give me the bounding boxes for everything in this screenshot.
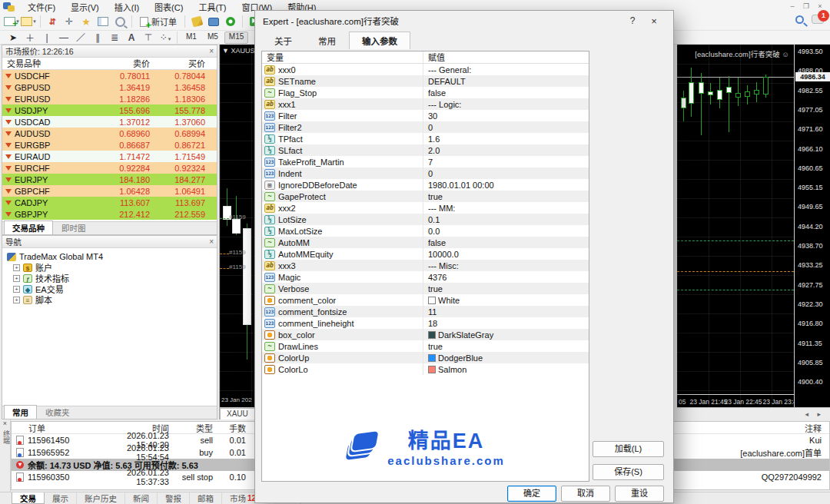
search-icon[interactable] (795, 15, 804, 24)
param-value-cell[interactable]: 30 (423, 110, 589, 121)
param-row-comment_color[interactable]: comment_colorWhite (262, 294, 589, 306)
menu-tools[interactable]: 工具(T) (191, 0, 234, 14)
market-watch-row[interactable]: GBPUSD1.364191.36458 (2, 81, 217, 93)
param-row-comment_fontsize[interactable]: 123comment_fontsize11 (262, 306, 589, 317)
market-watch-row[interactable]: USDCHF0.780110.78044 (2, 70, 217, 81)
terminal-tab-警报[interactable]: 警报 (158, 492, 190, 504)
expand-icon[interactable]: + (13, 275, 20, 282)
menu-view[interactable]: 显示(V) (63, 0, 107, 14)
dialog-tab-输入参数[interactable]: 输入参数 (349, 32, 410, 49)
menu-insert[interactable]: 插入(I) (107, 0, 147, 14)
left-chart-plot[interactable]: ▼ XAUUSD #1159#1159#1159 23 Jan 202 (220, 45, 258, 407)
param-row-Flag_Stop[interactable]: ~Flag_Stopfalse (262, 87, 589, 98)
signals-button[interactable] (223, 15, 238, 29)
reset-button[interactable]: 重设 (615, 486, 664, 502)
minimize-button[interactable]: – (785, 2, 799, 12)
terminal-tab-账户历史[interactable]: 账户历史 (77, 492, 125, 504)
param-value-cell[interactable]: 10000.0 (423, 248, 589, 260)
navigator-item-indicators[interactable]: +ƒ技术指标 (5, 273, 217, 284)
navigator-root[interactable]: TradeMax Global MT4 (5, 251, 217, 262)
dialog-tab-常用[interactable]: 常用 (305, 32, 349, 49)
dialog-tab-关于[interactable]: 关于 (261, 32, 305, 49)
param-value-cell[interactable]: 7 (423, 156, 589, 167)
param-value-cell[interactable]: 1980.01.01 00:00 (423, 179, 589, 191)
navigator-close-icon[interactable]: × (209, 237, 214, 246)
param-value-cell[interactable]: --- MM: (423, 202, 589, 214)
terminal-panel-button[interactable] (95, 15, 111, 29)
new-chart-button[interactable]: ▾ (4, 15, 19, 29)
param-row-TakeProfit_Martin[interactable]: 123TakeProfit_Martin7 (262, 156, 589, 167)
hline-tool-icon[interactable]: — (55, 32, 72, 43)
param-value-cell[interactable]: White (423, 294, 589, 306)
market-watch-row[interactable]: EURAUD1.714721.71549 (2, 151, 217, 162)
crosshair-tool-icon[interactable]: ＋ (22, 31, 38, 44)
text-tool-icon[interactable]: A (123, 32, 140, 43)
param-row-Filter[interactable]: 123Filter30 (262, 110, 589, 121)
market-watch-tab-即时图[interactable]: 即时图 (53, 220, 95, 234)
param-value-cell[interactable]: --- Misc: (423, 260, 589, 271)
param-row-IgnoreDDBeforeDate[interactable]: ⊞IgnoreDDBeforeDate1980.01.01 00:00 (262, 179, 589, 191)
market-watch-button[interactable]: ⇵ (45, 15, 60, 29)
param-row-Indent[interactable]: 123Indent0 (262, 167, 589, 179)
param-row-AutoMM[interactable]: ~AutoMMfalse (262, 237, 589, 248)
menu-charts[interactable]: 图表(C) (147, 0, 191, 14)
param-value-cell[interactable]: 11 (423, 306, 589, 317)
expand-icon[interactable]: + (13, 297, 20, 303)
param-row-Verbose[interactable]: ~Verbosetrue (262, 283, 589, 294)
terminal-close-icon[interactable]: × (0, 419, 10, 427)
param-row-MaxLotSize[interactable]: ½MaxLotSize0.0 (262, 225, 589, 237)
terminal-tab-展示[interactable]: 展示 (45, 492, 77, 504)
market-watch-row[interactable]: EURJPY184.180184.277 (2, 174, 217, 185)
expand-icon[interactable]: + (13, 264, 20, 271)
param-value-cell[interactable]: false (423, 87, 589, 98)
param-row-TPfact[interactable]: ½TPfact1.6 (262, 133, 589, 144)
param-value-cell[interactable]: 0 (423, 121, 589, 133)
channel-tool-icon[interactable]: ∥ (89, 32, 106, 43)
terminal-tab-新闻[interactable]: 新闻 (125, 492, 158, 504)
navigator-item-scripts[interactable]: +≡脚本 (5, 294, 217, 305)
param-value-cell[interactable]: DEFAULT (423, 75, 589, 87)
trendline-tool-icon[interactable]: ／ (72, 31, 89, 44)
navigator-tab-收藏夹[interactable]: 收藏夹 (37, 405, 78, 419)
market-watch-row[interactable]: GBPJPY212.412212.559 (2, 208, 217, 220)
arrows-tool-icon[interactable]: ⁘▾ (157, 32, 174, 43)
fibo-tool-icon[interactable]: ≣ (106, 32, 123, 43)
param-row-Magic[interactable]: 123Magic4376 (262, 271, 589, 283)
right-chart-plot[interactable]: [eaclushare.com]行者突破 ☺ (677, 45, 794, 407)
market-watch-row[interactable]: USDCAD1.370121.37060 (2, 116, 217, 128)
market-watch-tab-交易品种[interactable]: 交易品种 (4, 220, 53, 234)
param-value-cell[interactable]: true (423, 340, 589, 352)
param-row-AutoMMEquity[interactable]: ½AutoMMEquity10000.0 (262, 248, 589, 260)
param-value-cell[interactable]: 0.0 (423, 225, 589, 237)
param-value-cell[interactable]: --- Logic: (423, 98, 589, 110)
price-axis[interactable]: 4993.504988.004982.554977.054971.604966.… (794, 45, 830, 407)
param-value-cell[interactable]: --- General: (423, 64, 589, 75)
label-tool-icon[interactable]: ⊤ (140, 32, 157, 43)
market-watch-row[interactable]: CADJPY113.607113.697 (2, 197, 217, 208)
param-row-SETname[interactable]: abSETnameDEFAULT (262, 75, 589, 87)
navigator-button[interactable]: ★ (78, 15, 94, 29)
market-watch-row[interactable]: USDJPY155.696155.778 (2, 104, 217, 116)
param-value-cell[interactable]: DarkSlateGray (423, 329, 589, 340)
param-row-xxx2[interactable]: abxxx2--- MM: (262, 202, 589, 214)
param-row-LotSize[interactable]: ½LotSize0.1 (262, 214, 589, 225)
left-chart-tab[interactable]: XAUU (220, 408, 255, 419)
param-row-Filter2[interactable]: 123Filter20 (262, 121, 589, 133)
param-value-cell[interactable]: Salmon (423, 363, 589, 375)
terminal-tab-邮箱[interactable]: 邮箱 (190, 492, 222, 504)
save-button[interactable]: 保存(S) (593, 464, 664, 480)
vline-tool-icon[interactable]: | (38, 32, 55, 43)
load-button[interactable]: 加载(L) (593, 441, 664, 457)
navigator-item-experts[interactable]: +◆EA交易 (5, 284, 217, 294)
expand-icon[interactable]: + (13, 286, 20, 293)
param-row-ColorLo[interactable]: ColorLoSalmon (262, 363, 589, 375)
param-row-xxx3[interactable]: abxxx3--- Misc: (262, 260, 589, 271)
navigator-tab-常用[interactable]: 常用 (4, 405, 37, 419)
cleanup-button[interactable] (189, 15, 204, 29)
param-row-box_color[interactable]: box_colorDarkSlateGray (262, 329, 589, 340)
timeframe-m15[interactable]: M15 (224, 32, 248, 44)
param-row-comment_lineheight[interactable]: 123comment_lineheight18 (262, 317, 589, 329)
data-window-button[interactable]: ✛ (61, 15, 77, 29)
strategy-tester-button[interactable] (112, 15, 128, 29)
market-watch-row[interactable]: EURCHF0.922840.92324 (2, 162, 217, 174)
